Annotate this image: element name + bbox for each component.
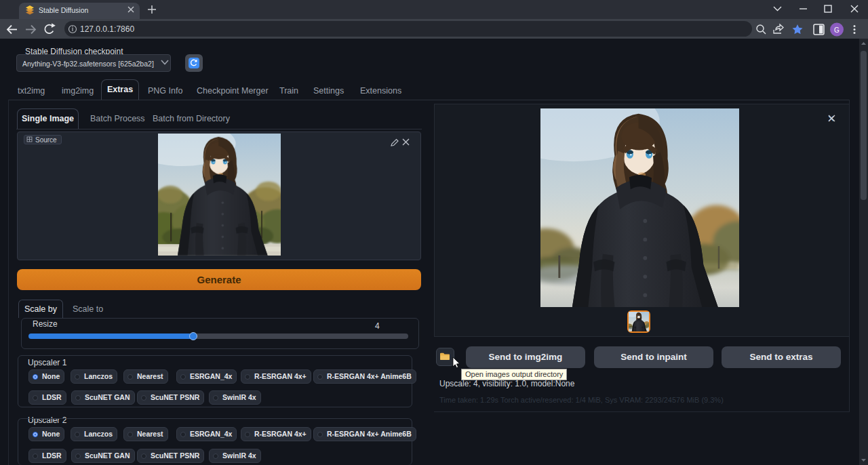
svg-text:G: G: [834, 26, 840, 34]
